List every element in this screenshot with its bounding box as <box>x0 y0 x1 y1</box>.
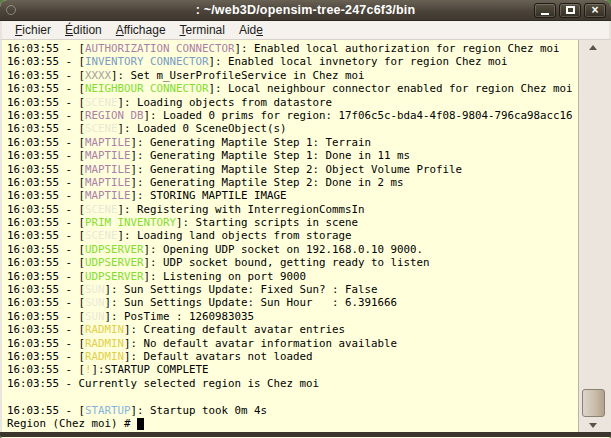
maximize-icon <box>566 6 575 14</box>
terminal-line: 16:03:55 - [MAPTILE]: Generating Maptile… <box>7 163 578 176</box>
terminal-line: 16:03:55 - [SCENE]: Loading land objects… <box>7 229 578 242</box>
terminal-window: : ~/web3D/opensim-tree-247c6f3/bin × Fic… <box>0 0 611 438</box>
terminal-line: 16:03:55 - [UDPSERVER]: Opening UDP sock… <box>7 243 578 256</box>
log-tag: SCENE <box>85 203 118 216</box>
terminal-line: 16:03:55 - [STARTUP]: Startup took 0m 4s <box>7 404 578 417</box>
terminal-line: 16:03:55 - [NEIGHBOUR CONNECTOR]: Local … <box>7 82 578 95</box>
scrollbar[interactable] <box>578 40 611 432</box>
log-tag: SUN <box>85 296 105 309</box>
scroll-down-button[interactable] <box>579 423 607 428</box>
minimize-icon <box>541 13 549 15</box>
terminal-line: 16:03:55 - [INVENTORY CONNECTOR]: Enable… <box>7 55 578 68</box>
arrow-up-icon <box>589 45 597 50</box>
terminal-line: 16:03:55 - [MAPTILE]: Generating Maptile… <box>7 176 578 189</box>
log-tag: MAPTILE <box>85 149 131 162</box>
log-tag: UDPSERVER <box>85 256 144 269</box>
terminal-line: 16:03:55 - [SCENE]: Registering with Int… <box>7 203 578 216</box>
log-tag: AUTHORIZATION CONNECTOR <box>85 42 235 55</box>
menu-item-fichier[interactable]: Fichier <box>8 22 58 38</box>
terminal-line: Region (Chez moi) # <box>7 417 578 430</box>
log-tag: RADMIN <box>85 337 124 350</box>
terminal-line: 16:03:55 - [SUN]: PosTime : 1260983035 <box>7 310 578 323</box>
log-tag: PRIM INVENTORY <box>85 216 176 229</box>
arrow-down-icon <box>589 423 597 428</box>
log-tag: MAPTILE <box>85 163 131 176</box>
terminal-line: 16:03:55 - [MAPTILE]: Generating Maptile… <box>7 136 578 149</box>
terminal-line: 16:03:55 - [SCENE]: Loading objects from… <box>7 96 578 109</box>
maximize-button[interactable] <box>559 3 581 18</box>
terminal-line: 16:03:55 - [REGION DB]: Loaded 0 prims f… <box>7 109 578 122</box>
terminal-cursor <box>137 418 144 430</box>
menu-bar: FichierÉditionAffichageTerminalAide <box>0 21 611 40</box>
terminal-line: 16:03:55 - [RADMIN]: Default avatars not… <box>7 350 578 363</box>
log-tag: RADMIN <box>85 323 124 336</box>
terminal-line: 16:03:55 - [!]:STARTUP COMPLETE <box>7 363 578 376</box>
log-tag: MAPTILE <box>85 189 131 202</box>
terminal-line: 16:03:55 - [AUTHORIZATION CONNECTOR]: En… <box>7 42 578 55</box>
log-tag: INVENTORY CONNECTOR <box>85 55 209 68</box>
scroll-up-button[interactable] <box>579 45 607 50</box>
terminal-line <box>7 390 578 403</box>
log-tag: SCENE <box>85 229 118 242</box>
minimize-button[interactable] <box>534 3 556 18</box>
terminal-line: 16:03:55 - [SCENE]: Loaded 0 SceneObject… <box>7 122 578 135</box>
close-button[interactable]: × <box>584 3 606 18</box>
log-tag: SUN <box>85 310 105 323</box>
log-tag: ! <box>85 363 92 376</box>
terminal-line: 16:03:55 - [UDPSERVER]: Listening on por… <box>7 270 578 283</box>
terminal-line: 16:03:55 - [MAPTILE]: STORING MAPTILE IM… <box>7 189 578 202</box>
window-controls: × <box>534 3 606 18</box>
log-tag: SCENE <box>85 96 118 109</box>
terminal-screen[interactable]: 16:03:55 - [AUTHORIZATION CONNECTOR]: En… <box>2 40 578 432</box>
terminal-line: 16:03:55 - [RADMIN]: Creating default av… <box>7 323 578 336</box>
log-tag: STARTUP <box>85 404 131 417</box>
menu-item-affichage[interactable]: Affichage <box>109 22 173 38</box>
terminal-line: 16:03:55 - [MAPTILE]: Generating Maptile… <box>7 149 578 162</box>
log-tag: UDPSERVER <box>85 270 144 283</box>
log-tag: SCENE <box>85 122 118 135</box>
terminal-line: 16:03:55 - [PRIM INVENTORY]: Starting sc… <box>7 216 578 229</box>
log-tag: UDPSERVER <box>85 243 144 256</box>
log-tag: SUN <box>85 283 105 296</box>
terminal-line: 16:03:55 - [UDPSERVER]: UDP socket bound… <box>7 256 578 269</box>
log-tag: REGION DB <box>85 109 144 122</box>
log-tag: MAPTILE <box>85 176 131 189</box>
menu-item-terminal[interactable]: Terminal <box>173 22 232 38</box>
close-icon: × <box>591 4 598 16</box>
terminal-line: 16:03:55 - [SUN]: Sun Settings Update: S… <box>7 296 578 309</box>
log-tag: RADMIN <box>85 350 124 363</box>
log-tag: MAPTILE <box>85 136 131 149</box>
scrollbar-thumb[interactable] <box>582 389 605 417</box>
content-area: 16:03:55 - [AUTHORIZATION CONNECTOR]: En… <box>0 40 611 432</box>
window-bottom-edge <box>0 432 611 437</box>
terminal-line: 16:03:55 - Currently selected region is … <box>7 377 578 390</box>
terminal-line: 16:03:55 - [XXXX]: Set m_UserProfileServ… <box>7 69 578 82</box>
menu-item-aide[interactable]: Aide <box>232 22 270 38</box>
window-title: : ~/web3D/opensim-tree-247c6f3/bin <box>0 3 611 17</box>
terminal-line: 16:03:55 - [RADMIN]: No default avatar i… <box>7 337 578 350</box>
terminal-line: 16:03:55 - [SUN]: Sun Settings Update: F… <box>7 283 578 296</box>
log-tag: NEIGHBOUR CONNECTOR <box>85 82 209 95</box>
menu-item-édition[interactable]: Édition <box>58 22 109 38</box>
title-bar[interactable]: : ~/web3D/opensim-tree-247c6f3/bin × <box>0 0 611 21</box>
log-tag: XXXX <box>85 69 111 82</box>
